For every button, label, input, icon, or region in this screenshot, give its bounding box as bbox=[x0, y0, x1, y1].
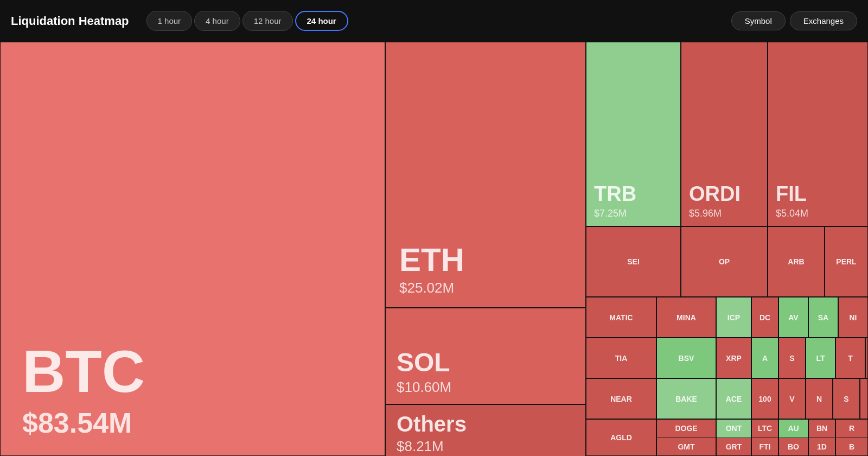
ltc-cell[interactable]: LTC bbox=[752, 420, 778, 438]
n2-cell[interactable]: N bbox=[806, 378, 833, 419]
sei-block[interactable]: SEI bbox=[586, 226, 681, 297]
trb-value: $7.25M bbox=[594, 208, 673, 219]
l2-cell[interactable]: LT bbox=[806, 338, 835, 378]
logo: Liquidation Heatmap bbox=[11, 14, 129, 28]
trb-symbol: TRB bbox=[594, 182, 673, 206]
icp-cell[interactable]: ICP bbox=[716, 297, 751, 338]
btc-value: $83.54M bbox=[22, 407, 363, 439]
eth-symbol: ETH bbox=[399, 244, 572, 276]
matic-cell[interactable]: MATIC bbox=[586, 297, 656, 338]
bake-cell[interactable]: BAKE bbox=[656, 378, 716, 419]
ordi-symbol: ORDI bbox=[689, 182, 760, 206]
av-cell[interactable]: AV bbox=[778, 297, 808, 338]
xrp-cell[interactable]: XRP bbox=[716, 338, 751, 378]
tia-cell[interactable]: TIA bbox=[586, 338, 656, 378]
grid-row-2: TIA BSV XRP A S LT T bbox=[586, 338, 868, 378]
gmt-row: DOGE GMT bbox=[656, 419, 716, 456]
dc-cell[interactable]: DC bbox=[751, 297, 778, 338]
symbol-button[interactable]: Symbol bbox=[731, 11, 786, 30]
sol-symbol: SOL bbox=[397, 350, 575, 376]
fil-value: $5.04M bbox=[776, 208, 860, 219]
fil-symbol: FIL bbox=[776, 182, 860, 206]
bo-cell[interactable]: BO bbox=[779, 438, 808, 456]
eth-block[interactable]: ETH $25.02M bbox=[385, 42, 586, 308]
au-cell[interactable]: AU bbox=[779, 420, 808, 438]
grid-area: MATIC MINA ICP DC AV SA NI TIA BSV XRP A… bbox=[586, 297, 868, 456]
au-bo: AU BO bbox=[778, 419, 808, 456]
mina-cell[interactable]: MINA bbox=[656, 297, 716, 338]
time-filters: 1 hour 4 hour 12 hour 24 hour bbox=[146, 11, 348, 31]
agld-cell[interactable]: AGLD bbox=[586, 419, 656, 456]
time-btn-4h[interactable]: 4 hour bbox=[194, 11, 240, 31]
header: Liquidation Heatmap 1 hour 4 hour 12 hou… bbox=[0, 0, 868, 42]
gmt-cell[interactable]: GMT bbox=[657, 438, 716, 456]
grid-row-3: NEAR BAKE ACE 100 V N S bbox=[586, 378, 868, 419]
ace-cell[interactable]: ACE bbox=[716, 378, 751, 419]
bn2-cell[interactable]: BN bbox=[809, 420, 835, 438]
bsv-cell[interactable]: BSV bbox=[656, 338, 716, 378]
sa-cell[interactable]: SA bbox=[808, 297, 838, 338]
ont-grt: ONT GRT bbox=[716, 419, 751, 456]
exchanges-button[interactable]: Exchanges bbox=[790, 11, 857, 30]
bn2-t100: BN 1D bbox=[808, 419, 835, 456]
time-btn-24h[interactable]: 24 hour bbox=[295, 11, 348, 31]
heatmap: BTC $83.54M ETH $25.02M SOL $10.60M Othe… bbox=[0, 42, 868, 456]
time-btn-12h[interactable]: 12 hour bbox=[242, 11, 293, 31]
a2-cell[interactable]: A bbox=[751, 338, 778, 378]
second-row: SEI OP ARB PERL bbox=[586, 226, 868, 297]
grt-cell[interactable]: GRT bbox=[717, 438, 751, 456]
r2-cell[interactable]: R bbox=[836, 420, 867, 438]
header-right: Symbol Exchanges bbox=[731, 11, 857, 30]
s2-cell[interactable]: S bbox=[778, 338, 806, 378]
arb-block[interactable]: ARB bbox=[768, 226, 825, 297]
btc-symbol: BTC bbox=[22, 341, 363, 401]
ordi-value: $5.96M bbox=[689, 208, 760, 219]
v2-cell[interactable]: V bbox=[778, 378, 806, 419]
time-btn-1h[interactable]: 1 hour bbox=[146, 11, 193, 31]
grid-row-1: MATIC MINA ICP DC AV SA NI bbox=[586, 297, 868, 338]
t2-cell[interactable]: T bbox=[835, 338, 865, 378]
ordi-block[interactable]: ORDI $5.96M bbox=[681, 42, 768, 226]
others-value: $8.21M bbox=[397, 438, 575, 455]
btc-block[interactable]: BTC $83.54M bbox=[0, 42, 385, 456]
top-row: TRB $7.25M ORDI $5.96M FIL $5.04M bbox=[586, 42, 868, 226]
right-side: ETH $25.02M SOL $10.60M Others $8.21M TR… bbox=[385, 42, 868, 456]
perl-block[interactable]: PERL bbox=[825, 226, 868, 297]
sol-block[interactable]: SOL $10.60M bbox=[385, 308, 586, 404]
near-cell[interactable]: NEAR bbox=[586, 378, 656, 419]
op-block[interactable]: OP bbox=[681, 226, 768, 297]
a3-cell[interactable] bbox=[860, 378, 868, 419]
others-block[interactable]: Others $8.21M bbox=[385, 404, 586, 456]
extra-cells[interactable]: R B bbox=[835, 419, 868, 456]
f100-cell[interactable]: FTI bbox=[752, 438, 778, 456]
b2-cell[interactable]: B bbox=[836, 438, 867, 456]
ni-cell[interactable]: NI bbox=[838, 297, 868, 338]
fil-block[interactable]: FIL $5.04M bbox=[768, 42, 868, 226]
ont-cell[interactable]: ONT bbox=[717, 420, 751, 438]
r100-cell[interactable]: 100 bbox=[751, 378, 778, 419]
others-symbol: Others bbox=[397, 413, 575, 435]
far-right: TRB $7.25M ORDI $5.96M FIL $5.04M SEI OP… bbox=[586, 42, 868, 456]
i2-cell[interactable] bbox=[865, 338, 868, 378]
s3-cell[interactable]: S bbox=[833, 378, 860, 419]
middle-col: ETH $25.02M SOL $10.60M Others $8.21M bbox=[385, 42, 586, 456]
grid-row-4: AGLD DOGE GMT ONT GRT bbox=[586, 419, 868, 456]
trb-block[interactable]: TRB $7.25M bbox=[586, 42, 681, 226]
doge-cell[interactable]: DOGE bbox=[657, 420, 716, 438]
ltc-fti: LTC FTI bbox=[751, 419, 778, 456]
sol-value: $10.60M bbox=[397, 379, 575, 396]
t100-cell[interactable]: 1D bbox=[809, 438, 835, 456]
eth-value: $25.02M bbox=[399, 280, 572, 296]
